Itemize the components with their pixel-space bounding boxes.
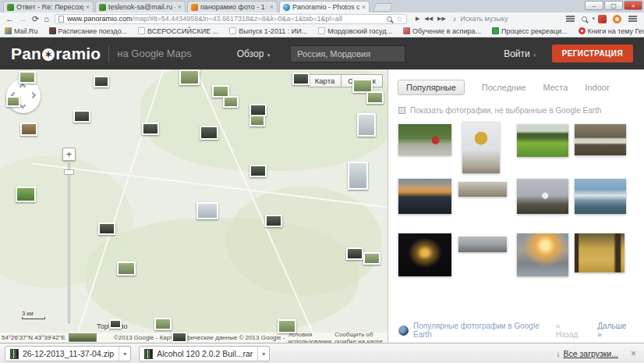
bookmark-trains[interactable]: Расписание поездо...: [49, 27, 128, 35]
map-photo-marker[interactable]: [265, 215, 282, 227]
overview-menu[interactable]: Обзор ▾: [237, 48, 271, 59]
browser-tab-search[interactable]: панорамио фото - 1 мил... ×: [187, 1, 278, 12]
photo-thumbnail[interactable]: [575, 233, 625, 272]
map-canvas[interactable]: + Карта Спутник 3 км Торбеево 54°26'37"N…: [0, 69, 387, 343]
bookmark-obuchenie[interactable]: Обучение в аспира...: [403, 27, 481, 35]
map-photo-marker[interactable]: [73, 110, 90, 123]
zoom-slider-track[interactable]: [68, 163, 70, 323]
tab-places[interactable]: Места: [543, 83, 568, 92]
downloads-bar-close-icon[interactable]: ×: [631, 348, 636, 359]
bookmark-mailru[interactable]: Mail.Ru: [5, 27, 38, 35]
music-search-input[interactable]: Искать музыку: [460, 15, 508, 23]
tab-recent[interactable]: Последние: [482, 83, 526, 92]
map-photo-marker[interactable]: [200, 126, 218, 140]
photo-thumbnail[interactable]: [458, 182, 507, 197]
next-link[interactable]: Дальше »: [597, 322, 632, 339]
browser-tab-mailbox[interactable]: teslenok-sa@mail.ru - По... ×: [95, 1, 186, 12]
photo-thumbnail[interactable]: [517, 124, 568, 157]
popular-photos-link[interactable]: Популярные фотографии в Google Earth: [413, 322, 556, 339]
photo-thumbnail[interactable]: [398, 179, 451, 214]
next-track-icon[interactable]: ▶▶: [437, 16, 446, 22]
tab-close-icon[interactable]: ×: [270, 3, 274, 11]
location-search-input[interactable]: [290, 45, 405, 62]
download-item-zip[interactable]: 26-12-2013_11-37-04.zip ▾: [5, 346, 131, 361]
map-photo-marker[interactable]: [223, 96, 239, 108]
download-item-rar[interactable]: Alcohol 120 2.0.2 Buil...rar ▾: [139, 346, 270, 361]
photo-thumbnail[interactable]: [398, 124, 451, 155]
download-options-caret[interactable]: ▾: [119, 347, 130, 361]
pan-down-icon[interactable]: [19, 102, 26, 109]
orange-extension-icon[interactable]: [613, 15, 621, 23]
map-photo-marker[interactable]: [16, 187, 36, 202]
browser-tab-mail-reply[interactable]: Ответ - Re: Пересохран... ×: [3, 1, 94, 12]
map-photo-marker[interactable]: [179, 69, 200, 85]
map-photo-marker[interactable]: [154, 318, 172, 330]
map-photo-marker[interactable]: [363, 252, 380, 265]
map-photo-marker[interactable]: [278, 319, 296, 333]
map-photo-marker[interactable]: [348, 162, 368, 190]
photo-thumbnail[interactable]: [458, 237, 507, 252]
map-photo-marker[interactable]: [346, 247, 363, 260]
bookmark-mordovsky[interactable]: Мордовский госуд...: [318, 27, 392, 35]
map-photo-marker[interactable]: [94, 76, 109, 87]
window-close-button[interactable]: ×: [624, 1, 642, 10]
photo-thumbnail[interactable]: [517, 233, 568, 276]
address-bar[interactable]: www.panoramio.com /map/#lt=54.4434958&ln…: [55, 14, 407, 24]
speaker-icon[interactable]: ♪: [453, 15, 457, 23]
map-photo-marker[interactable]: [249, 115, 265, 126]
map-photo-marker[interactable]: [292, 73, 310, 85]
forward-button[interactable]: →: [19, 13, 27, 24]
map-photo-marker[interactable]: [366, 91, 384, 104]
bookmark-process[interactable]: Процесс рекреаци...: [492, 27, 568, 35]
bookmark-vserossiyskie[interactable]: ВСЕРОССИЙСКИЕ ...: [138, 27, 218, 35]
back-button[interactable]: ←: [5, 13, 14, 24]
bookmark-star-icon[interactable]: ☆: [396, 15, 403, 23]
download-options-caret[interactable]: ▾: [257, 347, 269, 361]
bookmark-knigi[interactable]: Книги на тему Геог...: [579, 27, 644, 35]
photo-thumbnail[interactable]: [517, 179, 568, 214]
map-photo-marker[interactable]: [117, 262, 136, 276]
map-photo-marker[interactable]: [19, 71, 36, 84]
map-photo-marker[interactable]: [109, 319, 122, 329]
photo-thumbnail[interactable]: [575, 179, 626, 214]
map-photo-marker[interactable]: [142, 123, 159, 135]
map-photo-marker[interactable]: [357, 113, 376, 137]
panoramio-logo[interactable]: Pan✶ramio: [11, 44, 101, 63]
report-error-link[interactable]: Сообщить об ошибке на карте: [334, 331, 387, 343]
browser-tab-panoramio-active[interactable]: Panoramio - Photos of th... ×: [279, 1, 370, 12]
zoom-in-button[interactable]: +: [62, 148, 76, 161]
tab-indoor[interactable]: Indoor: [585, 83, 609, 92]
pan-up-icon[interactable]: [19, 84, 26, 90]
window-minimize-button[interactable]: –: [585, 1, 603, 10]
play-icon[interactable]: ▶: [416, 16, 419, 22]
show-all-downloads-link[interactable]: Все загрузки...: [563, 349, 618, 358]
tab-close-icon[interactable]: ×: [362, 3, 366, 11]
register-button[interactable]: РЕГИСТРАЦИЯ: [552, 44, 633, 62]
login-menu[interactable]: Войти ▾: [504, 48, 536, 59]
bookmark-vypusk[interactable]: Выпуск 1-2011 : ИИ...: [229, 27, 307, 35]
back-link[interactable]: « Назад: [556, 322, 584, 339]
map-photo-marker[interactable]: [20, 123, 37, 136]
home-button[interactable]: ⌂: [44, 13, 49, 24]
map-photo-marker[interactable]: [172, 332, 187, 343]
map-photo-marker[interactable]: [98, 222, 115, 235]
map-photo-marker[interactable]: [6, 96, 20, 107]
checkbox[interactable]: [398, 107, 405, 114]
window-maximize-button[interactable]: ▢: [604, 1, 623, 10]
list-icon[interactable]: [566, 16, 575, 22]
red-extension-icon[interactable]: [598, 15, 607, 23]
previous-track-icon[interactable]: ◀◀: [424, 16, 433, 22]
search-extension-icon[interactable]: [582, 16, 587, 22]
search-icon[interactable]: [387, 16, 392, 22]
map-view-button[interactable]: Карта: [308, 74, 341, 87]
photo-thumbnail[interactable]: [398, 233, 451, 276]
mini-photo-thumbnail[interactable]: [69, 333, 97, 342]
zoom-slider-handle[interactable]: [64, 169, 74, 175]
map-photo-marker[interactable]: [249, 165, 267, 177]
map-photo-marker[interactable]: [196, 202, 218, 219]
pan-right-icon[interactable]: [30, 92, 36, 98]
tab-close-icon[interactable]: ×: [178, 3, 182, 11]
photo-thumbnail[interactable]: [575, 124, 626, 155]
reload-button[interactable]: ⟳: [32, 13, 39, 24]
tab-popular[interactable]: Популярные: [398, 80, 465, 95]
